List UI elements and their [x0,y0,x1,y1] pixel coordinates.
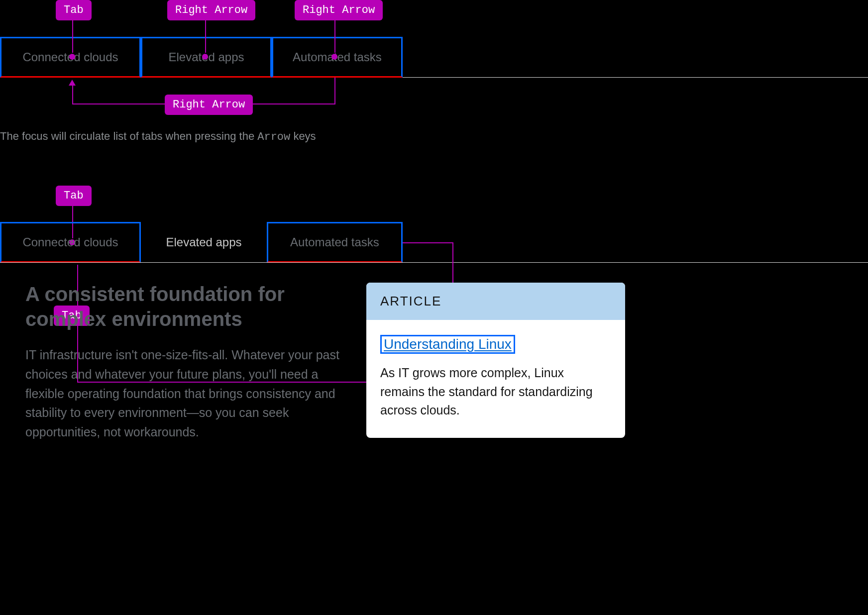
card-link[interactable]: Understanding Linux [380,335,515,354]
tab-automated-tasks-2[interactable]: Automated tasks [267,222,403,263]
annotation-tab-label: Tab [56,0,92,20]
tab-elevated-apps-2[interactable]: Elevated apps [141,222,267,263]
connector [247,103,334,104]
article-card: ARTICLE Understanding Linux As IT grows … [366,283,625,438]
divider [403,77,868,78]
content-heading: A consistent foundation for complex envi… [25,282,354,331]
annotation-right-arrow-wrap: Right Arrow [165,95,253,115]
card-desc: As IT grows more complex, Linux remains … [380,364,611,420]
connector-dot [69,54,75,60]
caption-key: Arrow [257,131,290,143]
card-eyebrow: ARTICLE [366,283,625,320]
connector-dot [331,54,337,60]
connector [72,86,73,104]
tab-connected-clouds-2[interactable]: Connected clouds [0,222,141,263]
annotation-tab-label-2: Tab [56,186,92,206]
connector [334,20,335,53]
connector [334,78,335,104]
content-body: IT infrastructure isn't one-size-fits-al… [25,345,344,442]
connector-dot [202,54,208,60]
connector [72,20,73,53]
annotation-right-arrow: Right Arrow [295,0,383,20]
caption-post: keys [290,130,316,142]
divider [0,262,868,263]
connector [72,103,165,104]
tab-label: Connected clouds [22,235,118,249]
tab-label: Elevated apps [166,235,241,249]
tab-label: Automated tasks [290,235,379,249]
caption-pre: The focus will circulate list of tabs wh… [0,130,257,142]
arrowhead-icon [69,80,76,86]
annotation-right-arrow: Right Arrow [167,0,255,20]
connector [403,242,452,243]
caption: The focus will circulate list of tabs wh… [0,130,316,143]
connector [205,20,206,53]
